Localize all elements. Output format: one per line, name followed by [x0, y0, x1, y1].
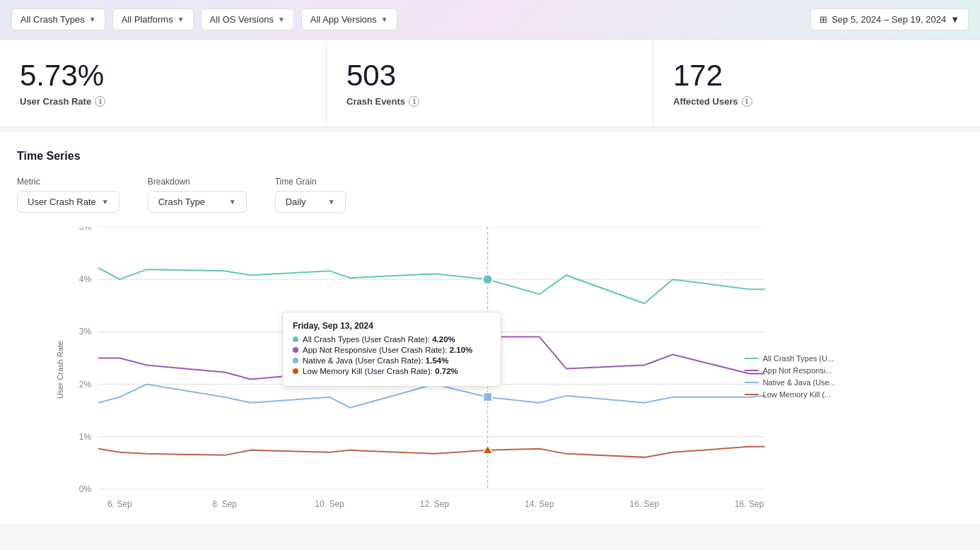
- platform-arrow: ▼: [177, 16, 185, 23]
- svg-rect-22: [484, 393, 492, 402]
- time-grain-select-value: Daily: [286, 197, 306, 207]
- metric-control: Metric User Crash Rate ▼: [17, 177, 119, 213]
- svg-text:2%: 2%: [79, 380, 92, 390]
- crash-type-label: All Crash Types: [21, 14, 85, 25]
- time-grain-select-arrow: ▼: [328, 198, 335, 206]
- svg-text:18. Sep: 18. Sep: [735, 499, 764, 509]
- affected-users-value: 172: [673, 59, 960, 92]
- crash-events-value: 503: [346, 59, 633, 92]
- legend-item-all: All Crash Types (U...: [745, 354, 836, 363]
- metric-select-arrow: ▼: [102, 198, 109, 206]
- legend-item-lmk: Low Memory Kill (...: [745, 390, 836, 399]
- legend-label-native: Native & Java (Use...: [763, 378, 836, 387]
- metric-select[interactable]: User Crash Rate ▼: [17, 191, 119, 213]
- time-grain-select[interactable]: Daily ▼: [275, 191, 346, 213]
- date-range-label: Sep 5, 2024 – Sep 19, 2024: [832, 14, 946, 25]
- crash-events-info-icon[interactable]: ℹ: [409, 96, 419, 107]
- os-version-arrow: ▼: [278, 16, 285, 23]
- crash-rate-label: User Crash Rate ℹ: [20, 96, 306, 107]
- svg-point-20: [483, 274, 493, 284]
- crash-events-label: Crash Events ℹ: [346, 96, 633, 107]
- legend-line-native: [745, 382, 759, 383]
- legend-item-native: Native & Java (Use...: [745, 378, 836, 387]
- legend-label-lmk: Low Memory Kill (...: [763, 390, 832, 399]
- affected-users-label: Affected Users ℹ: [673, 96, 960, 107]
- crash-rate-card: 5.73% User Crash Rate ℹ: [0, 40, 327, 127]
- crash-type-arrow: ▼: [89, 16, 96, 23]
- legend-line-lmk: [745, 394, 759, 395]
- breakdown-select-value: Crash Type: [158, 197, 205, 207]
- date-picker-arrow: ▼: [950, 14, 959, 25]
- breakdown-control: Breakdown Crash Type ▼: [148, 177, 247, 213]
- svg-text:0%: 0%: [79, 484, 92, 494]
- os-version-filter[interactable]: All OS Versions ▼: [201, 8, 294, 30]
- time-grain-label: Time Grain: [275, 177, 346, 187]
- svg-text:5%: 5%: [79, 227, 92, 232]
- affected-users-card: 172 Affected Users ℹ: [653, 40, 980, 127]
- svg-text:6. Sep: 6. Sep: [107, 499, 132, 509]
- breakdown-select[interactable]: Crash Type ▼: [148, 191, 247, 213]
- chart-title: Time Series: [17, 150, 963, 163]
- chart-wrapper: User Crash Rate 5% 4% 3% 2% 1% 0%: [17, 227, 963, 513]
- svg-text:8. Sep: 8. Sep: [212, 499, 237, 509]
- metric-select-value: User Crash Rate: [28, 197, 96, 207]
- breakdown-label: Breakdown: [148, 177, 247, 187]
- app-version-label: All App Versions: [310, 14, 377, 25]
- crash-rate-value: 5.73%: [20, 59, 306, 92]
- metrics-row: 5.73% User Crash Rate ℹ 503 Crash Events…: [0, 40, 980, 127]
- chart-controls: Metric User Crash Rate ▼ Breakdown Crash…: [17, 177, 963, 213]
- svg-text:10. Sep: 10. Sep: [315, 499, 344, 509]
- affected-users-info-icon[interactable]: ℹ: [742, 96, 752, 107]
- chart-legend: All Crash Types (U... App Not Responsi..…: [745, 354, 836, 402]
- crash-events-card: 503 Crash Events ℹ: [327, 40, 653, 127]
- os-version-label: All OS Versions: [210, 14, 274, 25]
- svg-text:1%: 1%: [79, 432, 92, 442]
- app-version-arrow: ▼: [381, 16, 388, 23]
- legend-line-anr: [745, 370, 759, 371]
- svg-text:14. Sep: 14. Sep: [525, 499, 554, 509]
- filter-bar: All Crash Types ▼ All Platforms ▼ All OS…: [0, 0, 980, 40]
- platform-label: All Platforms: [122, 14, 173, 25]
- svg-text:4%: 4%: [79, 274, 92, 284]
- time-series-chart: 5% 4% 3% 2% 1% 0% 6. Sep 8. Sep 10. Sep …: [56, 227, 836, 510]
- time-grain-control: Time Grain Daily ▼: [275, 177, 346, 213]
- legend-label-all: All Crash Types (U...: [763, 354, 834, 363]
- chart-section: Time Series Metric User Crash Rate ▼ Bre…: [0, 133, 980, 524]
- crash-type-filter[interactable]: All Crash Types ▼: [11, 8, 105, 30]
- metric-label: Metric: [17, 177, 119, 187]
- legend-line-all: [745, 358, 759, 359]
- svg-text:12. Sep: 12. Sep: [420, 499, 450, 509]
- y-axis-label: User Crash Rate: [56, 341, 64, 399]
- platform-filter[interactable]: All Platforms ▼: [112, 8, 194, 30]
- crash-rate-info-icon[interactable]: ℹ: [95, 96, 105, 107]
- svg-text:3%: 3%: [79, 327, 92, 337]
- date-range-picker[interactable]: ⊞ Sep 5, 2024 – Sep 19, 2024 ▼: [810, 8, 969, 30]
- svg-text:16. Sep: 16. Sep: [630, 499, 660, 509]
- breakdown-select-arrow: ▼: [229, 198, 236, 206]
- legend-label-anr: App Not Responsi...: [763, 366, 832, 375]
- app-version-filter[interactable]: All App Versions ▼: [301, 8, 397, 30]
- legend-item-anr: App Not Responsi...: [745, 366, 836, 375]
- calendar-icon: ⊞: [819, 14, 827, 25]
